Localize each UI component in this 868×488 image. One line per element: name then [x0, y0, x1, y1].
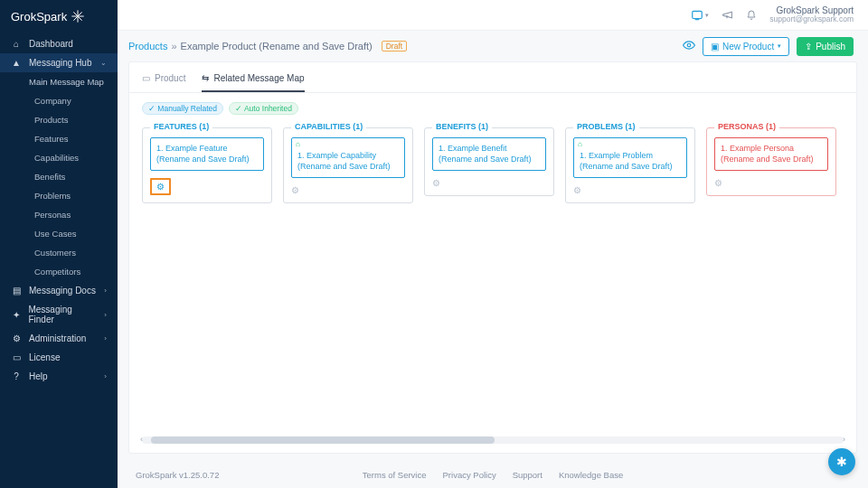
publish-button[interactable]: ⇪Publish	[797, 37, 854, 56]
chevron-down-icon: ⌄	[100, 59, 107, 67]
sidebar-item-problems[interactable]: Problems	[0, 186, 118, 205]
spark-icon	[71, 9, 85, 23]
breadcrumb-sep: »	[171, 41, 176, 52]
tab-related-message-map[interactable]: ⇆Related Message Map	[202, 73, 304, 92]
version-label: GrokSpark v1.25.0.72	[136, 470, 219, 480]
content-panel: ▭Product ⇆Related Message Map ✓ Manually…	[128, 61, 857, 454]
settings-icon[interactable]: ⚙	[573, 185, 581, 195]
sidebar-item-company[interactable]: Company	[0, 91, 118, 110]
main-area: ▾ GrokSpark Support support@grokspark.co…	[118, 0, 868, 488]
scrollbar-thumb[interactable]	[151, 436, 495, 444]
chip-auto-inherited: ✓ Auto Inherited	[229, 102, 298, 115]
page-actions: ▣New Product▾ ⇪Publish	[683, 37, 854, 56]
sidebar-item-messaging-hub[interactable]: ▲Messaging Hub⌄	[0, 53, 118, 72]
announce-icon[interactable]	[722, 9, 733, 21]
publish-icon: ⇪	[805, 42, 812, 52]
admin-icon: ⚙	[11, 333, 22, 343]
column-problems: PROBLEMS (1) ⌂1. Example Problem (Rename…	[565, 127, 695, 203]
scroll-left-icon[interactable]: ‹	[140, 435, 143, 444]
sidebar-item-features[interactable]: Features	[0, 129, 118, 148]
docs-icon: ▤	[11, 286, 22, 296]
help-icon: ?	[11, 371, 22, 381]
home-icon: ⌂	[11, 39, 22, 49]
card-benefit[interactable]: 1. Example Benefit (Rename and Save Draf…	[432, 137, 546, 171]
chevron-right-icon: ›	[104, 311, 107, 319]
brand-name: GrokSpark	[11, 10, 67, 23]
sidebar-item-products[interactable]: Products	[0, 110, 118, 129]
footer-links: Terms of Service Privacy Policy Support …	[363, 470, 623, 480]
column-title: CAPABILITIES (1)	[291, 122, 366, 131]
caret-down-icon: ▾	[705, 12, 709, 19]
plus-icon: ▣	[711, 42, 719, 52]
license-icon: ▭	[11, 352, 22, 362]
sidebar-item-dashboard[interactable]: ⌂Dashboard	[0, 34, 118, 53]
column-features: FEATURES (1) 1. Example Feature (Rename …	[142, 127, 272, 203]
card-feature[interactable]: 1. Example Feature (Rename and Save Draf…	[150, 137, 264, 171]
preview-icon[interactable]	[683, 39, 695, 54]
tab-product[interactable]: ▭Product	[142, 73, 185, 92]
settings-icon[interactable]: ⚙	[714, 178, 722, 188]
sidebar-item-capabilities[interactable]: Capabilities	[0, 148, 118, 167]
topbar: ▾ GrokSpark Support support@grokspark.co…	[118, 0, 868, 31]
chip-manually-related: ✓ Manually Related	[142, 102, 223, 115]
tabs: ▭Product ⇆Related Message Map	[129, 62, 856, 93]
footer: GrokSpark v1.25.0.72 Terms of Service Pr…	[118, 461, 868, 488]
card-persona[interactable]: 1. Example Persona (Rename and Save Draf…	[714, 137, 828, 171]
sidebar-item-messaging-docs[interactable]: ▤Messaging Docs›	[0, 281, 118, 300]
column-title: BENEFITS (1)	[432, 122, 492, 131]
sidebar-item-administration[interactable]: ⚙Administration›	[0, 329, 118, 348]
sidebar-nav: ⌂Dashboard ▲Messaging Hub⌄ Main Message …	[0, 34, 118, 488]
footer-link-kb[interactable]: Knowledge Base	[559, 470, 623, 480]
footer-link-tos[interactable]: Terms of Service	[363, 470, 427, 480]
bell-icon[interactable]	[746, 10, 757, 21]
user-email: support@grokspark.com	[769, 15, 854, 24]
breadcrumb-root[interactable]: Products	[128, 41, 167, 52]
svg-point-1	[687, 43, 691, 47]
sidebar-item-main-message-map[interactable]: Main Message Map	[0, 72, 118, 91]
column-title: PERSONAS (1)	[714, 122, 779, 131]
chevron-right-icon: ›	[104, 334, 107, 343]
footer-link-support[interactable]: Support	[513, 470, 542, 480]
column-personas: PERSONAS (1) 1. Example Persona (Rename …	[706, 127, 836, 196]
tour-icon[interactable]: ▾	[691, 9, 709, 22]
sidebar-item-use-cases[interactable]: Use Cases	[0, 224, 118, 243]
sidebar-item-benefits[interactable]: Benefits	[0, 167, 118, 186]
map-icon: ⇆	[202, 73, 209, 83]
card-capability[interactable]: ⌂1. Example Capability (Rename and Save …	[291, 137, 405, 178]
brand-logo[interactable]: GrokSpark	[0, 0, 118, 34]
sidebar-item-competitors[interactable]: Competitors	[0, 262, 118, 281]
user-menu[interactable]: GrokSpark Support support@grokspark.com	[769, 5, 854, 24]
sidebar-item-messaging-finder[interactable]: ✦Messaging Finder›	[0, 300, 118, 329]
tag-icon: ⌂	[296, 140, 300, 149]
sidebar-item-personas[interactable]: Personas	[0, 205, 118, 224]
tag-icon: ⌂	[578, 140, 582, 149]
spark-icon: ✱	[836, 455, 847, 469]
hub-icon: ▲	[11, 58, 22, 68]
horizontal-scrollbar[interactable]: ‹ ›	[142, 436, 844, 444]
columns-row[interactable]: FEATURES (1) 1. Example Feature (Rename …	[129, 115, 856, 436]
settings-icon[interactable]: ⚙	[432, 178, 440, 188]
column-title: FEATURES (1)	[150, 122, 212, 131]
svg-rect-0	[693, 11, 703, 18]
footer-link-privacy[interactable]: Privacy Policy	[443, 470, 496, 480]
legend-chips: ✓ Manually Related ✓ Auto Inherited	[129, 93, 856, 115]
scroll-right-icon[interactable]: ›	[843, 435, 845, 444]
finder-icon: ✦	[11, 310, 21, 320]
column-capabilities: CAPABILITIES (1) ⌂1. Example Capability …	[283, 127, 413, 203]
caret-down-icon: ▾	[778, 42, 781, 50]
card-problem[interactable]: ⌂1. Example Problem (Rename and Save Dra…	[573, 137, 687, 178]
chevron-right-icon: ›	[104, 286, 107, 295]
sidebar-item-help[interactable]: ?Help›	[0, 367, 118, 386]
settings-icon[interactable]: ⚙	[291, 185, 299, 195]
sidebar: GrokSpark ⌂Dashboard ▲Messaging Hub⌄ Mai…	[0, 0, 118, 488]
column-title: PROBLEMS (1)	[573, 122, 639, 131]
breadcrumb-current: Example Product (Rename and Save Draft)	[181, 41, 373, 52]
new-product-button[interactable]: ▣New Product▾	[703, 37, 789, 56]
breadcrumb-bar: Products » Example Product (Rename and S…	[118, 31, 868, 61]
sidebar-item-customers[interactable]: Customers	[0, 243, 118, 262]
chat-fab[interactable]: ✱	[828, 448, 855, 475]
chevron-right-icon: ›	[104, 372, 107, 380]
column-benefits: BENEFITS (1) 1. Example Benefit (Rename …	[424, 127, 554, 196]
settings-icon[interactable]: ⚙	[150, 178, 171, 195]
sidebar-item-license[interactable]: ▭License	[0, 348, 118, 367]
